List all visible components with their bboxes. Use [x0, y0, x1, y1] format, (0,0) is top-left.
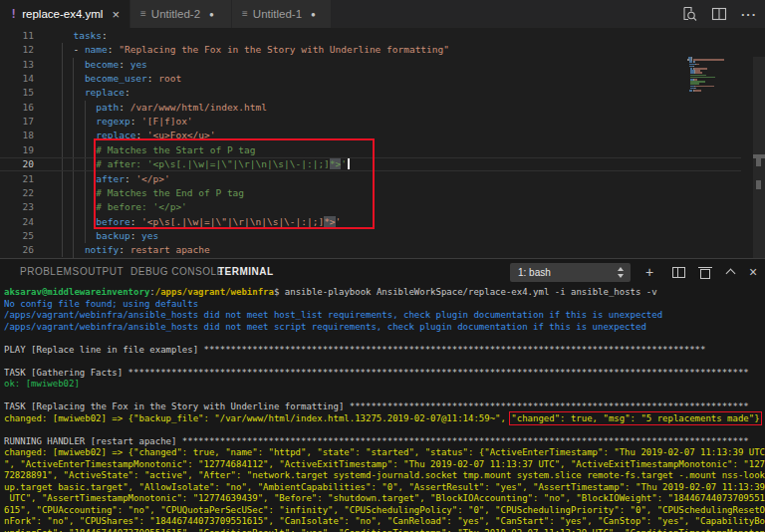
line-number: 26	[0, 243, 34, 257]
more-actions-icon[interactable]: ···	[741, 7, 757, 22]
line-number: 13	[0, 58, 34, 72]
open-preview-icon[interactable]	[681, 6, 697, 22]
editor-line: 16 path: /var/www/html/index.html	[0, 101, 741, 115]
panel-tab-terminal[interactable]: TERMINAL	[218, 266, 274, 277]
line-number: 16	[0, 101, 34, 115]
minimap[interactable]	[687, 57, 753, 258]
terminal-shell-select[interactable]: 1: bash	[510, 263, 631, 282]
editor-line: 12 - name: "Replacing the Fox in the Sto…	[0, 43, 741, 57]
tab-title: Untitled-2	[151, 8, 200, 20]
panel-tab-problems[interactable]: PROBLEMS	[20, 266, 80, 277]
line-number: 24	[0, 215, 34, 229]
line-number: 11	[0, 29, 34, 43]
editor-line: 11 tasks:	[0, 29, 741, 43]
terminal-row: nFork": "no", "CPUShares": "184467440737…	[4, 516, 765, 528]
terminal-row: /apps/vagrant/webinfra/ansible_hosts did…	[4, 310, 765, 322]
line-number: 19	[0, 143, 34, 157]
minimap-line	[693, 59, 725, 61]
editor-actions: ···	[681, 0, 757, 28]
terminal-row: TASK [Replacing the Fox in the Story wit…	[4, 401, 765, 413]
dirty-indicator-icon[interactable]: ●	[209, 10, 214, 19]
terminal-row: changed: [mwiweb02] => {"changed": true,…	[4, 447, 765, 459]
editor-line: 26 notify: restart apache	[0, 243, 741, 257]
editor-line: 14 become_user: root	[0, 72, 741, 86]
terminal-output[interactable]: aksarav@middlewareinventory:/apps/vagran…	[4, 287, 765, 532]
editor-line: 24 before: '<p\s[.|\w|=|\"|\r|\n|\s|\-|:…	[0, 215, 741, 229]
editor-line: 13 become: yes	[0, 58, 741, 72]
editor-line: 23 # before: '</p>'	[0, 200, 741, 214]
terminal-row: 615", "CPUAccounting": "no", "CPUQuotaPe…	[4, 505, 765, 517]
line-number: 12	[0, 43, 34, 57]
line-number: 20	[0, 157, 34, 171]
line-number: 18	[0, 129, 34, 142]
line-number: 17	[0, 115, 34, 129]
tab-title: replace-ex4.yml	[22, 8, 103, 20]
scrollbar-mark	[756, 180, 761, 189]
minimap-line	[695, 86, 713, 88]
text-cursor	[348, 158, 350, 169]
terminal-row: No config file found; using defaults	[4, 299, 765, 311]
line-number: 23	[0, 200, 34, 214]
editor-line: 19 # Matches the Start of P tag	[0, 143, 741, 157]
minimap-line	[714, 77, 715, 79]
terminal-row	[4, 356, 765, 368]
terminal-row	[4, 391, 765, 402]
terminal-row: 72828891", "ActiveState": "active", "Aft…	[4, 470, 765, 482]
editor-surface[interactable]: 11 tasks:12 - name: "Replacing the Fox i…	[0, 28, 765, 258]
terminal-row: ", "ActiveEnterTimestampMonotonic": "127…	[4, 459, 765, 471]
file-icon: ≡	[140, 9, 146, 19]
split-terminal-icon[interactable]	[669, 262, 687, 282]
editor-line: 25 backup: yes	[0, 229, 741, 243]
editor-code: 11 tasks:12 - name: "Replacing the Fox i…	[0, 29, 753, 258]
tab-title: Untitled-1	[253, 8, 302, 20]
yaml-icon: !	[10, 7, 17, 21]
minimap-line	[694, 90, 702, 92]
terminal-row	[4, 424, 765, 436]
file-icon: ≡	[242, 9, 248, 19]
shell-select-value: 1: bash	[518, 267, 551, 278]
select-arrows-icon	[617, 267, 625, 278]
terminal-row: changed: [mwiweb02] => {"backup_file": "…	[4, 413, 765, 425]
terminal-row: UTC", "AssertTimestampMonotonic": "12774…	[4, 493, 765, 505]
dirty-indicator-icon[interactable]: ●	[311, 10, 316, 19]
line-number: 22	[0, 186, 34, 200]
minimap-line	[696, 64, 698, 66]
terminal-row: PLAY [Replace line in file examples] ***…	[4, 345, 765, 357]
kill-terminal-icon[interactable]	[696, 262, 714, 282]
close-icon[interactable]: ×	[112, 7, 120, 22]
tab-untitled-1[interactable]: ≡ Untitled-1 ●	[232, 0, 332, 28]
split-editor-icon[interactable]	[711, 6, 727, 22]
editor-line: 18 replace: '<u>Fox</u>'	[0, 129, 741, 142]
tab-untitled-2[interactable]: ≡ Untitled-2 ●	[130, 0, 232, 28]
line-number: 15	[0, 86, 34, 100]
maximize-panel-icon[interactable]	[721, 262, 739, 282]
editor-line: 21 after: '</p>'	[0, 172, 741, 186]
line-number: 21	[0, 172, 34, 186]
terminal-row: /apps/vagrant/webinfra/ansible_hosts did…	[4, 322, 765, 334]
tab-replace-ex4[interactable]: ! replace-ex4.yml ×	[0, 0, 130, 28]
panel-tab-output[interactable]: OUTPUT	[80, 266, 124, 277]
terminal-row	[4, 333, 765, 345]
new-terminal-icon[interactable]: +	[640, 262, 658, 282]
vscode-window: ! replace-ex4.yml × ≡ Untitled-2 ● ≡ Unt…	[0, 0, 765, 532]
terminal-row: aksarav@middlewareinventory:/apps/vagran…	[4, 287, 765, 299]
editor-line: 15 replace:	[0, 86, 741, 100]
annotation-box-terminal: "changed": true, "msg": "5 replacements …	[511, 413, 759, 423]
minimap-line	[713, 86, 714, 88]
terminal-row: ok: [mwiweb02]	[4, 379, 765, 391]
editor-line: 20 # after: '<p\s[.|\w|=|\"|\r|\n|\s|\-|…	[0, 157, 741, 171]
close-panel-icon[interactable]: ×	[744, 262, 762, 282]
scrollbar-mark	[756, 158, 761, 166]
terminal-row: undingSet": "18446744073709551615", "Con…	[4, 528, 765, 532]
editor-line: 17 regexp: '[F|f]ox'	[0, 115, 741, 129]
panel-tab-debug-console[interactable]: DEBUG CONSOLE	[130, 266, 224, 277]
editor-tab-bar: ! replace-ex4.yml × ≡ Untitled-2 ● ≡ Unt…	[0, 0, 765, 28]
editor-scrollbar[interactable]	[753, 57, 765, 258]
terminal-row: RUNNING HANDLER [restart apache] *******…	[4, 436, 765, 448]
line-number: 14	[0, 72, 34, 86]
editor-line: 22 # Matches the End of P tag	[0, 186, 741, 200]
terminal-row: TASK [Gathering Facts] *****************…	[4, 368, 765, 380]
line-number: 25	[0, 229, 34, 243]
terminal-row: up.target basic.target", "AllowIsolate":…	[4, 482, 765, 494]
